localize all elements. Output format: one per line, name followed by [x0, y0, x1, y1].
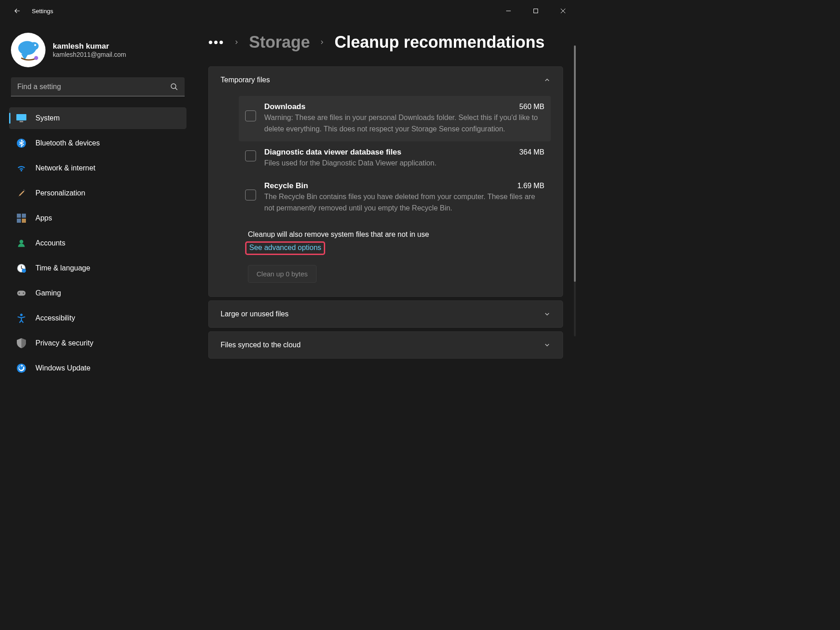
breadcrumb-more[interactable]: •••: [208, 35, 224, 50]
svg-point-24: [23, 292, 24, 294]
profile-name: kamlesh kumar: [53, 42, 126, 51]
chevron-up-icon: [543, 76, 551, 84]
chevron-right-icon: [233, 39, 240, 45]
svg-rect-22: [17, 291, 25, 296]
sidebar-item-label: Time & language: [35, 264, 90, 272]
checkbox-recycle[interactable]: [245, 190, 256, 200]
person-icon: [16, 238, 26, 248]
sidebar-item-accessibility[interactable]: Accessibility: [9, 307, 186, 329]
svg-point-9: [171, 84, 176, 89]
sidebar-item-label: Gaming: [35, 289, 61, 297]
panel-synced-files: Files synced to the cloud: [208, 331, 563, 359]
panel-title: Files synced to the cloud: [221, 341, 301, 349]
scrollbar[interactable]: [574, 45, 576, 336]
update-icon: [16, 363, 26, 373]
item-diagnostic[interactable]: Diagnostic data viewer database files 36…: [239, 141, 551, 175]
chevron-down-icon: [543, 310, 551, 318]
sidebar-item-label: Apps: [35, 214, 52, 222]
svg-rect-11: [16, 114, 26, 120]
sidebar-item-system[interactable]: System: [9, 107, 186, 129]
item-size: 1.69 MB: [517, 182, 544, 190]
sidebar-item-label: Bluetooth & devices: [35, 139, 100, 147]
breadcrumb-storage[interactable]: Storage: [249, 33, 310, 52]
see-advanced-link[interactable]: See advanced options: [249, 244, 321, 251]
checkbox-downloads[interactable]: [245, 110, 256, 121]
app-title: Settings: [32, 8, 53, 15]
item-size: 560 MB: [519, 103, 544, 111]
clock-icon: [16, 263, 26, 273]
sidebar-item-personalization[interactable]: Personalization: [9, 182, 186, 204]
panel-header-synced[interactable]: Files synced to the cloud: [209, 332, 563, 358]
shield-icon: [16, 338, 26, 348]
sidebar-item-label: Accessibility: [35, 314, 75, 322]
cleanup-note: Cleanup will also remove system files th…: [248, 230, 551, 239]
item-title: Recycle Bin: [264, 181, 308, 190]
sidebar-item-label: Personalization: [35, 189, 85, 197]
svg-point-18: [20, 240, 23, 244]
sidebar-item-label: Network & internet: [35, 164, 96, 172]
svg-rect-15: [22, 214, 26, 218]
maximize-button[interactable]: [522, 0, 549, 22]
sidebar-item-label: Windows Update: [35, 364, 91, 372]
svg-rect-17: [22, 219, 26, 223]
minimize-button[interactable]: [495, 0, 522, 22]
item-title: Diagnostic data viewer database files: [264, 148, 401, 157]
panel-header-temporary[interactable]: Temporary files: [209, 67, 563, 93]
item-title: Downloads: [264, 102, 306, 111]
item-recycle-bin[interactable]: Recycle Bin 1.69 MB The Recycle Bin cont…: [239, 175, 551, 220]
item-desc: Warning: These are files in your persona…: [264, 112, 544, 135]
titlebar: Settings: [0, 0, 577, 22]
svg-point-7: [34, 44, 36, 46]
svg-point-25: [20, 314, 23, 316]
bluetooth-icon: [16, 138, 26, 148]
sidebar-item-label: Accounts: [35, 239, 65, 247]
avatar: [11, 33, 45, 67]
item-desc: The Recycle Bin contains files you have …: [264, 191, 544, 214]
sidebar-item-time-language[interactable]: Time & language: [9, 257, 186, 279]
item-downloads[interactable]: Downloads 560 MB Warning: These are file…: [239, 96, 551, 141]
panel-large-files: Large or unused files: [208, 300, 563, 328]
accessibility-icon: [16, 313, 26, 323]
chevron-right-icon: [319, 39, 325, 45]
search-input[interactable]: [11, 77, 185, 96]
chevron-down-icon: [543, 341, 551, 349]
sidebar-item-label: Privacy & security: [35, 339, 93, 347]
svg-rect-1: [534, 9, 538, 13]
search-row: [11, 77, 185, 96]
panel-temporary-files: Temporary files Downloads 560 MB Warning…: [208, 66, 563, 297]
svg-rect-16: [17, 219, 21, 223]
panel-title: Temporary files: [221, 76, 270, 84]
window-controls: [495, 0, 577, 22]
svg-rect-14: [17, 214, 21, 218]
svg-point-21: [22, 269, 26, 273]
panel-header-large[interactable]: Large or unused files: [209, 301, 563, 327]
system-icon: [16, 113, 26, 123]
back-button[interactable]: [8, 7, 26, 15]
sidebar-item-gaming[interactable]: Gaming: [9, 282, 186, 304]
svg-rect-12: [20, 121, 23, 122]
apps-icon: [16, 213, 26, 223]
nav-list: System Bluetooth & devices Network & int…: [9, 107, 186, 379]
breadcrumb: ••• Storage Cleanup recommendations: [208, 33, 563, 52]
sidebar-item-apps[interactable]: Apps: [9, 207, 186, 229]
sidebar-item-accounts[interactable]: Accounts: [9, 232, 186, 254]
panel-title: Large or unused files: [221, 310, 288, 318]
close-button[interactable]: [549, 0, 577, 22]
sidebar-item-network[interactable]: Network & internet: [9, 157, 186, 179]
item-desc: Files used for the Diagnostic Data Viewe…: [264, 158, 544, 169]
sidebar-item-label: System: [35, 114, 60, 122]
profile-email: kamlesh2011@gmail.com: [53, 51, 126, 58]
sidebar-item-bluetooth[interactable]: Bluetooth & devices: [9, 132, 186, 154]
cleanup-button[interactable]: Clean up 0 bytes: [248, 265, 317, 283]
scrollbar-thumb[interactable]: [574, 45, 576, 282]
sidebar-item-windows-update[interactable]: Windows Update: [9, 357, 186, 379]
brush-icon: [16, 188, 26, 198]
checkbox-diagnostic[interactable]: [245, 150, 256, 161]
svg-point-6: [30, 42, 39, 50]
gamepad-icon: [16, 288, 26, 298]
item-size: 364 MB: [519, 148, 544, 156]
svg-line-10: [175, 88, 177, 90]
sidebar-item-privacy[interactable]: Privacy & security: [9, 332, 186, 354]
profile-block[interactable]: kamlesh kumar kamlesh2011@gmail.com: [9, 28, 186, 77]
wifi-icon: [16, 163, 26, 173]
